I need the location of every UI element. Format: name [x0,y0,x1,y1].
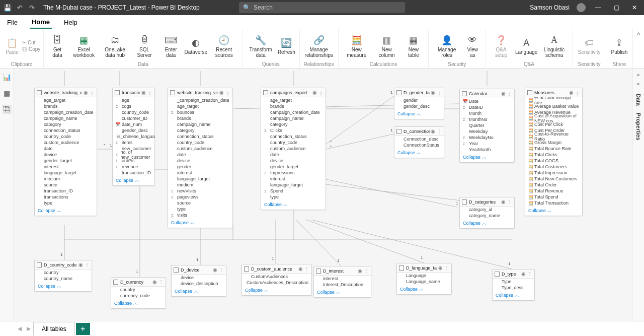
visibility-icon[interactable]: ◉ [569,90,574,95]
collapse-link[interactable]: Collapse ︿ [397,285,451,294]
field[interactable]: connection_status [168,133,232,140]
maximize-button[interactable]: ▢ [611,2,622,13]
field[interactable]: date [35,146,97,152]
field[interactable]: Σrevenue [113,164,154,170]
field[interactable]: ΣYear [460,141,514,147]
publish-button[interactable]: ⇪Publish [609,30,630,61]
field[interactable]: Σitems [113,140,154,146]
more-icon[interactable]: ⋮ [318,90,324,95]
field[interactable]: Σno. of new_customer [113,152,154,158]
field[interactable]: category [35,121,97,127]
collapse-panel-icon[interactable]: « [636,72,639,78]
table-campaigns_export[interactable]: campaigns_export◉⋮age_targetbrandscampai… [261,88,326,210]
visibility-icon[interactable]: ◉ [431,90,436,95]
more-icon[interactable]: ⋮ [437,90,442,95]
more-icon[interactable]: ⋮ [444,265,449,271]
visibility-icon[interactable]: ◉ [78,262,84,267]
transform-data-button[interactable]: 🔧Transform data [246,30,276,61]
more-icon[interactable]: ⋮ [85,262,90,267]
more-icon[interactable]: ⋮ [219,267,224,273]
collapse-link[interactable]: Collapse ︿ [394,148,444,158]
avatar[interactable] [577,3,586,12]
field[interactable]: 🧮Total COGS [525,158,582,164]
table-d_connection_stat[interactable]: D_connection_stat...◉⋮Connection_descCon… [394,126,444,158]
field[interactable]: _campaign_creation_date [168,97,232,103]
field[interactable]: language_target [35,170,97,176]
field[interactable]: interest [261,176,326,182]
field[interactable]: ΣDateID [460,104,514,110]
tab-help[interactable]: Help [62,17,79,28]
collapse-link[interactable]: Collapse ︿ [314,288,371,297]
field[interactable]: 🧮Total Bounce Rate [525,146,582,152]
refresh-button[interactable]: 🔄Refresh [277,30,296,61]
field[interactable]: type [35,200,97,206]
table-d_language_target[interactable]: D_language_target◉⋮LanguageLanguage_name… [396,263,452,295]
field[interactable]: country_code [261,140,326,146]
table-d_country_code[interactable]: D_country_code◉⋮countrycountry_nameColla… [34,260,92,292]
field[interactable]: custom_audience [261,146,326,152]
field[interactable]: 🧮Cost of Acquisition of NEW cus... [525,115,582,121]
field[interactable]: age_target [261,97,326,103]
field[interactable]: medium [168,182,232,188]
field[interactable]: 🧮Cost-to-Revenue Ratio [525,133,582,140]
field[interactable]: brands [35,103,97,109]
minimize-button[interactable]: — [593,2,604,13]
field[interactable]: country_code [113,109,154,115]
field[interactable]: 🧮% of Click through rate [525,97,582,103]
layout-tab[interactable]: All tables [33,322,75,335]
undo-icon[interactable]: ↶ [16,4,23,11]
collapse-link[interactable]: Collapse ︿ [460,153,514,162]
field[interactable]: device [168,158,232,164]
user-name[interactable]: Samson Obasi [530,4,570,11]
table-d_device[interactable]: D_device◉⋮devicedevice_descriptionCollap… [171,265,226,297]
more-icon[interactable]: ⋮ [147,90,152,95]
more-icon[interactable]: ⋮ [575,90,580,95]
more-icon[interactable]: ⋮ [364,268,369,274]
field[interactable]: device [261,158,326,164]
collapse-link[interactable]: Collapse ︿ [35,282,92,291]
visibility-icon[interactable]: ◉ [152,279,157,285]
field[interactable]: 🧮Total Transaction [525,200,582,206]
field[interactable]: country [35,270,92,276]
manage-relationships-button[interactable]: 🔗Manage relationships [303,30,335,61]
field[interactable]: age_target [35,97,97,103]
field[interactable]: source [168,200,232,206]
collapse-link[interactable]: Collapse ︿ [460,219,514,228]
field[interactable]: campaign_name [35,115,97,121]
recent-sources-button[interactable]: 🕘Recent sources [209,30,239,61]
field[interactable]: connection_status [261,133,326,140]
field[interactable]: device [35,152,97,158]
collapse-panel-icon[interactable]: « [636,81,639,87]
collapse-link[interactable]: Collapse ︿ [172,287,226,296]
field[interactable]: YearMonth [460,147,514,153]
visibility-icon[interactable]: ◉ [141,90,146,95]
field[interactable]: device [172,275,226,281]
collapse-link[interactable]: Collapse ︿ [261,200,326,210]
next-tab-icon[interactable]: ▶ [24,325,33,332]
field[interactable]: transaction_ID [35,188,97,194]
field[interactable]: country_code [35,133,97,140]
field[interactable]: custom_audience [35,140,97,146]
field[interactable]: ConnectionStatus [394,142,444,148]
field[interactable]: CustomAudiences_Description [242,280,311,286]
new-column-button[interactable]: ▥New column [373,30,401,61]
field[interactable]: is_chinese_language [113,133,154,140]
field[interactable]: ΣImpressions [261,170,326,176]
dataverse-button[interactable]: ◐Dataverse [184,30,208,61]
field[interactable]: 🧮Total New Customers [525,176,582,182]
field[interactable]: category [168,127,232,133]
collapse-link[interactable]: Collapse ︿ [168,218,232,228]
visibility-icon[interactable]: ◉ [213,267,218,273]
field[interactable]: gender_desc [394,103,444,109]
field[interactable]: gender_desc [113,127,154,133]
field[interactable]: Connection_desc [394,136,444,142]
onelake-button[interactable]: 🗂OneLake data hub [100,30,130,61]
field[interactable]: ΣWeekdayNo [460,135,514,141]
visibility-icon[interactable]: ◉ [358,268,363,274]
table-d_gender_target[interactable]: D_gender_target◉⋮gendergender_descCollap… [394,88,444,119]
field[interactable]: campaign_creation_date [261,109,326,115]
field[interactable]: category_name [460,213,514,219]
field[interactable]: 🧮Total Impression [525,170,582,176]
sql-button[interactable]: 🛢SQL Server [131,30,158,61]
field[interactable]: 🧮Average Basket Value [525,103,582,109]
